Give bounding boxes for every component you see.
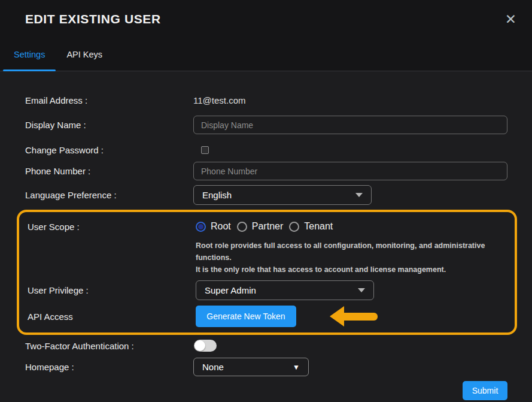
user-privilege-label: User Privilege : xyxy=(28,285,196,295)
chevron-down-icon xyxy=(358,288,365,292)
language-select-value: English xyxy=(202,190,232,200)
chevron-down-icon xyxy=(355,193,363,197)
settings-form: Email Address : 11@test.com Display Name… xyxy=(0,71,532,402)
phone-row: Phone Number : xyxy=(25,162,507,180)
radio-root-circle[interactable] xyxy=(196,222,206,232)
email-row: Email Address : 11@test.com xyxy=(25,93,507,107)
phone-input[interactable] xyxy=(193,162,507,180)
tab-settings[interactable]: Settings xyxy=(3,38,56,71)
radio-root[interactable]: Root xyxy=(196,221,231,232)
homepage-row: Homepage : None ▼ xyxy=(25,358,507,376)
homepage-select-value: None xyxy=(202,362,224,372)
radio-root-label: Root xyxy=(211,221,231,232)
edit-user-modal: EDIT EXISTING USER ✕ Settings API Keys E… xyxy=(0,0,532,402)
user-privilege-row: User Privilege : Super Admin xyxy=(28,280,505,300)
modal-header: EDIT EXISTING USER ✕ xyxy=(0,0,532,38)
tab-api-keys-label: API Keys xyxy=(66,50,102,59)
highlight-annotation-box: User Scope : Root Partner Te xyxy=(17,210,517,335)
api-access-row: API Access Generate New Token xyxy=(28,306,505,327)
display-name-label: Display Name : xyxy=(25,120,193,130)
language-row: Language Preference : English xyxy=(25,185,507,205)
close-icon[interactable]: ✕ xyxy=(505,13,516,26)
submit-row: Submit xyxy=(25,381,507,400)
email-label: Email Address : xyxy=(25,95,193,105)
arrow-head xyxy=(330,306,344,327)
radio-partner[interactable]: Partner xyxy=(237,221,283,232)
radio-partner-label: Partner xyxy=(252,221,283,232)
user-scope-label: User Scope : xyxy=(28,222,196,232)
language-label: Language Preference : xyxy=(25,190,193,200)
role-help-line1: Root role provides full access to all co… xyxy=(196,240,505,264)
two-factor-toggle[interactable] xyxy=(194,340,217,352)
modal-title: EDIT EXISTING USER xyxy=(25,12,161,26)
change-password-checkbox[interactable] xyxy=(201,146,209,154)
toggle-knob xyxy=(194,340,205,351)
tab-bar: Settings API Keys xyxy=(0,38,532,71)
arrow-tail xyxy=(344,313,378,321)
tab-api-keys[interactable]: API Keys xyxy=(56,38,113,71)
tab-settings-label: Settings xyxy=(14,50,45,59)
user-privilege-select[interactable]: Super Admin xyxy=(196,280,374,300)
radio-tenant[interactable]: Tenant xyxy=(289,221,333,232)
user-scope-radio-group: Root Partner Tenant xyxy=(196,221,333,232)
role-help-line2: It is the only role that has access to a… xyxy=(196,264,505,276)
phone-label: Phone Number : xyxy=(25,166,193,176)
change-password-label: Change Password : xyxy=(25,145,193,155)
two-factor-label: Two-Factor Authentication : xyxy=(25,341,193,351)
generate-token-button[interactable]: Generate New Token xyxy=(196,306,296,327)
two-factor-row: Two-Factor Authentication : xyxy=(25,340,507,352)
role-help-text: Root role provides full access to all co… xyxy=(196,240,505,276)
radio-tenant-circle[interactable] xyxy=(289,222,299,232)
user-scope-row: User Scope : Root Partner Te xyxy=(28,218,505,235)
annotation-arrow-icon xyxy=(330,306,378,327)
radio-tenant-label: Tenant xyxy=(304,221,333,232)
display-name-input[interactable] xyxy=(193,116,507,134)
email-value: 11@test.com xyxy=(193,95,245,105)
language-select[interactable]: English xyxy=(193,185,372,205)
api-access-label: API Access xyxy=(28,312,196,322)
homepage-label: Homepage : xyxy=(25,362,193,372)
change-password-row: Change Password : xyxy=(25,143,507,157)
user-privilege-select-value: Super Admin xyxy=(205,285,256,295)
radio-partner-circle[interactable] xyxy=(237,222,247,232)
dropdown-arrow-icon: ▼ xyxy=(293,363,300,371)
submit-button[interactable]: Submit xyxy=(463,381,507,400)
homepage-select[interactable]: None ▼ xyxy=(193,358,309,376)
display-name-row: Display Name : xyxy=(25,116,507,134)
